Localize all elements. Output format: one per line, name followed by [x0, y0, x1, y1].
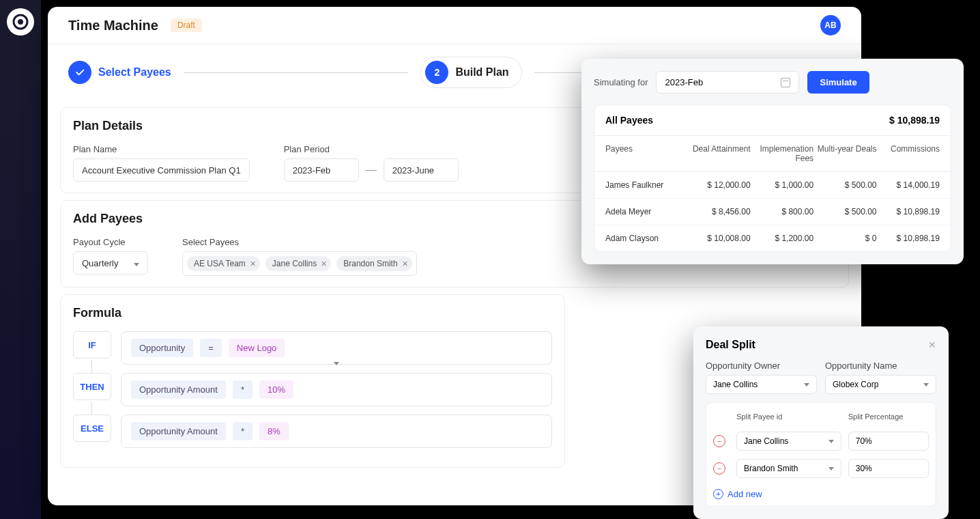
split-row: −Brandon Smith30% — [713, 455, 929, 482]
simulate-for-label: Simulating for — [594, 77, 648, 87]
all-payees-total: $ 10,898.19 — [889, 115, 940, 126]
chevron-down-icon — [828, 467, 834, 471]
payee-tag[interactable]: Jane Collins✕ — [265, 256, 331, 271]
then-value[interactable]: 10% — [259, 380, 293, 399]
sim-column-header: Commissions — [877, 144, 940, 163]
then-variable[interactable]: Opportunity Amount — [131, 380, 226, 399]
calendar-icon — [781, 78, 790, 87]
opportunity-name-select[interactable]: Globex Corp — [825, 375, 936, 394]
payee-tag[interactable]: AE USA Team✕ — [187, 256, 260, 271]
step-1-label[interactable]: Select Payees — [98, 66, 171, 79]
remove-row-icon[interactable]: − — [713, 435, 725, 447]
sim-column-header: Implemenation Fees — [751, 144, 813, 163]
formula-else-keyword[interactable]: ELSE — [73, 415, 111, 442]
user-avatar[interactable]: AB — [820, 15, 841, 36]
formula-title: Formula — [73, 306, 552, 320]
split-col-percentage: Split Percentage — [848, 412, 929, 421]
split-percentage-input[interactable]: 30% — [848, 459, 929, 478]
else-value[interactable]: 8% — [259, 422, 289, 440]
period-to-input[interactable]: 2023-June — [384, 158, 459, 182]
remove-row-icon[interactable]: − — [713, 462, 725, 475]
sim-table-row[interactable]: Adela Meyer$ 8,456.00$ 800.00$ 500.00$ 1… — [594, 199, 951, 225]
simulate-month-input[interactable]: 2023-Feb — [656, 71, 799, 94]
sim-column-header: Deal Attainment — [687, 144, 750, 163]
plan-name-label: Plan Name — [73, 144, 250, 154]
draft-badge: Draft — [171, 18, 202, 32]
if-variable[interactable]: Opportunity — [131, 339, 193, 357]
svg-point-1 — [18, 19, 23, 25]
chevron-down-icon — [804, 383, 809, 387]
if-operator[interactable]: = — [200, 339, 222, 357]
step-2-number: 2 — [425, 61, 448, 84]
step-2[interactable]: 2 Build Plan — [420, 57, 521, 88]
formula-section: Formula IF Opportunity = New Logo THEN O… — [60, 294, 565, 468]
period-dash: — — [366, 164, 377, 176]
opportunity-owner-label: Opportunity Owner — [706, 361, 817, 371]
payee-tag[interactable]: Brandon Smith✕ — [336, 256, 412, 271]
step-1-icon[interactable] — [68, 61, 91, 84]
tag-remove-icon[interactable]: ✕ — [250, 260, 256, 268]
payout-cycle-label: Payout Cycle — [73, 237, 148, 247]
deal-split-panel: Deal Split ✕ Opportunity Owner Jane Coll… — [693, 326, 949, 519]
split-col-payee: Split Payee id — [736, 412, 841, 421]
tag-remove-icon[interactable]: ✕ — [402, 260, 408, 268]
chevron-down-icon — [923, 383, 929, 387]
payees-tag-input[interactable]: AE USA Team✕Jane Collins✕Brandon Smith✕ — [182, 251, 417, 276]
plan-name-input[interactable]: Account Executive Commission Plan Q1 — [73, 158, 250, 182]
formula-if-keyword[interactable]: IF — [73, 331, 111, 359]
add-new-button[interactable]: + Add new — [713, 489, 929, 499]
split-payee-select[interactable]: Jane Collins — [736, 432, 841, 451]
sim-table-row[interactable]: Adam Clayson$ 10,008.00$ 1,200.00$ 0$ 10… — [594, 225, 951, 251]
chevron-down-icon — [134, 263, 139, 266]
then-operator[interactable]: * — [233, 380, 253, 399]
payout-cycle-select[interactable]: Quarterly — [73, 251, 148, 275]
simulate-table: All Payees $ 10,898.19 PayeesDeal Attain… — [594, 104, 951, 252]
select-payees-label: Select Payees — [182, 237, 417, 247]
app-logo[interactable] — [7, 8, 34, 36]
step-2-label: Build Plan — [455, 66, 508, 79]
simulate-panel: Simulating for 2023-Feb Simulate All Pay… — [581, 59, 964, 264]
plan-period-label: Plan Period — [284, 144, 459, 154]
opportunity-owner-select[interactable]: Jane Collins — [706, 375, 817, 394]
formula-else-expr[interactable]: Opportunity Amount * 8% — [121, 415, 552, 448]
expand-chevron-icon[interactable] — [331, 359, 342, 369]
sim-column-header: Multi-year Deals — [813, 144, 876, 163]
close-icon[interactable]: ✕ — [928, 339, 936, 350]
page-title: Time Machine — [68, 18, 158, 33]
deal-split-title: Deal Split — [706, 339, 755, 351]
else-variable[interactable]: Opportunity Amount — [131, 422, 226, 440]
sim-table-row[interactable]: James Faulkner$ 12,000.00$ 1,000.00$ 500… — [594, 172, 951, 199]
formula-then-expr[interactable]: Opportunity Amount * 10% — [121, 373, 552, 406]
period-from-input[interactable]: 2023-Feb — [284, 158, 359, 182]
if-value[interactable]: New Logo — [229, 339, 285, 357]
simulate-button[interactable]: Simulate — [807, 71, 869, 94]
split-table: Split Payee id Split Percentage −Jane Co… — [706, 402, 936, 507]
plus-icon: + — [713, 489, 723, 499]
sim-column-header: Payees — [605, 144, 687, 163]
formula-then-keyword[interactable]: THEN — [73, 373, 111, 400]
opportunity-name-label: Opportunity Name — [825, 361, 936, 371]
chevron-down-icon — [828, 440, 834, 443]
tag-remove-icon[interactable]: ✕ — [321, 260, 327, 268]
all-payees-label: All Payees — [605, 115, 653, 126]
split-percentage-input[interactable]: 70% — [848, 432, 929, 451]
split-row: −Jane Collins70% — [713, 427, 929, 455]
formula-if-expr[interactable]: Opportunity = New Logo — [121, 331, 552, 365]
else-operator[interactable]: * — [233, 422, 253, 440]
split-payee-select[interactable]: Brandon Smith — [736, 459, 841, 478]
